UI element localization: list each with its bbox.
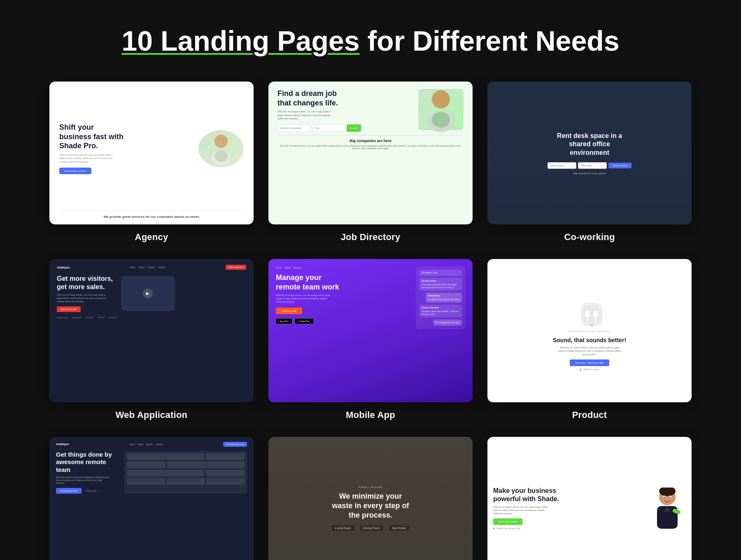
card-webapp[interactable]: shadepro Demo Pages Support Contact Star… (49, 259, 254, 420)
page-title: 10 Landing Pages for Different Needs (49, 25, 692, 57)
webapp-nav-pages: Pages (139, 266, 144, 268)
product-watch-text[interactable]: Watch in action (583, 368, 599, 371)
remote-nav-cta-btn[interactable]: Get started for free (223, 442, 247, 447)
product-preview: SHOT OF THE YEAR, LONG TITLE Sound, that… (487, 259, 692, 402)
remote-dash-block2 (206, 453, 245, 460)
room-dining: Dining Room (360, 525, 383, 531)
remote-nav-contact: Contact (156, 443, 163, 446)
jobdir-subtext: With lots of unique blocks, you can easi… (277, 110, 335, 120)
mobileapp-nav-demo: Demo (276, 266, 282, 269)
webapp-cta-btn[interactable]: Start a free trial (57, 306, 81, 312)
chat-hashtag: #Designers Zone (419, 270, 462, 276)
product-headline: Sound, that sounds better! (553, 337, 626, 343)
appstore-btn[interactable]: App Store (276, 318, 292, 324)
remote-nav-support: Support (146, 443, 153, 446)
cowork-dates-input[interactable] (578, 162, 607, 169)
card-job-directory[interactable]: Find a dream job that changes life. With… (268, 82, 473, 243)
agency-hero: Shift your business fast with Shade Pro.… (59, 91, 244, 206)
webapp-nav-demo: Demo (130, 266, 135, 268)
webapp-nav-links: Demo Pages Support Contact (130, 266, 165, 268)
jobdir-person-svg (418, 87, 464, 132)
logo-draftor: Draftor (98, 316, 105, 319)
product-subtext: With lots of unique blocks, you can easi… (557, 346, 622, 356)
remote-headline: Get things done by awesome remote team (56, 451, 118, 474)
card-shade[interactable]: Make your business powerful with Shade. … (487, 437, 692, 560)
webapp-nav-contact: Contact (158, 266, 165, 268)
logo-automat: automat (109, 316, 117, 319)
mobileapp-chat: #Designers Zone Cassidy Fisher That must… (416, 266, 465, 329)
agency-footer: We provide great services for our custom… (59, 210, 244, 219)
jobdir-footer: Big companies are here With lots of uniq… (277, 135, 464, 149)
interior-headline: We minimize your waste in every step of … (329, 492, 412, 520)
card-coworking[interactable]: Rent desk space in a shared office envir… (487, 82, 692, 243)
jobdir-search-btn[interactable]: Search (347, 124, 361, 132)
webapp-hero: Get more visitors, get more sales. With … (57, 275, 246, 312)
chat-msg3: Charles Simmons @cassie I agree with @do… (419, 305, 462, 317)
mobileapp-nav-pages: Pages (284, 266, 291, 269)
remote-dash-block1 (127, 453, 204, 460)
svg-rect-11 (595, 317, 597, 323)
chat-msg1: Cassidy Fisher That must would like that… (419, 278, 462, 291)
svg-point-21 (670, 497, 671, 498)
shade-cta-btn[interactable]: Get A Free Quote (493, 518, 522, 525)
jobdir-search[interactable]: Search (277, 124, 361, 132)
interior-preview: SMART DESIGN We minimize your waste in e… (268, 437, 473, 560)
shade-person-image (641, 488, 686, 529)
cowork-sub: Take virtual tour of our spaces (573, 172, 606, 175)
svg-rect-10 (587, 317, 588, 323)
shade-subtext: With lots of unique blocks, you can easi… (493, 506, 551, 515)
cowork-search[interactable]: Search Places (548, 162, 631, 169)
mobileapp-explore-btn[interactable]: Explore more (276, 308, 302, 314)
interior-tag: SMART DESIGN (359, 486, 382, 488)
title-highlight: 10 Landing Pages (121, 25, 359, 56)
webapp-video-thumb: ▶ (121, 276, 175, 311)
remote-dash-block9 (206, 478, 245, 485)
remote-dash-row4 (127, 478, 245, 485)
card-interior[interactable]: SMART DESIGN We minimize your waste in e… (268, 437, 473, 560)
card-product[interactable]: SHOT OF THE YEAR, LONG TITLE Sound, that… (487, 259, 692, 420)
jobdir-footer-text: With lots of unique blocks, you can easi… (277, 145, 464, 149)
remote-dash-block5 (127, 470, 204, 476)
shade-person-svg (645, 488, 682, 529)
jobdir-search-input2[interactable] (312, 124, 345, 132)
remote-dash-row2 (127, 462, 245, 468)
webapp-preview: shadepro Demo Pages Support Contact Star… (49, 259, 254, 402)
room-bed: Bed Room (389, 525, 409, 531)
remote-nav-links: Demo Pages Support Contact (130, 443, 163, 446)
webapp-subtext: With lots of unique blocks, you can easi… (57, 294, 110, 303)
cowork-location-input[interactable] (548, 162, 576, 169)
product-buy-btn[interactable]: Buy Now - Starting at $99 (570, 359, 609, 366)
webapp-play-btn[interactable]: ▶ (143, 289, 153, 299)
remote-secondary-btn[interactable]: Learn more (84, 488, 99, 494)
card-agency[interactable]: Shift your business fast with Shade Pro.… (49, 82, 254, 243)
remote-dash-row3 (127, 470, 245, 476)
shade-watch: ▶ Watch how we can help (493, 527, 635, 530)
webapp-nav: shadepro Demo Pages Support Contact Star… (57, 265, 246, 270)
remote-nav-pages: Pages (137, 443, 143, 446)
mobileapp-subtext: With lots of unique blocks, you can easi… (276, 294, 333, 303)
card-remote-team[interactable]: shadepro Demo Pages Support Contact Get … (49, 437, 254, 560)
shade-watch-text[interactable]: Watch how we can help (496, 527, 520, 530)
remote-dashboard (124, 451, 247, 494)
webapp-label: Web Application (116, 410, 187, 420)
webapp-nav-cta[interactable]: Start a free trial (226, 265, 246, 270)
agency-cta-btn[interactable]: Get started a project (59, 168, 91, 174)
product-image (561, 291, 618, 328)
remote-dash-row1 (127, 453, 245, 460)
remote-primary-btn[interactable]: Get started for free (56, 488, 82, 494)
product-watch-icon: ▶ (580, 368, 582, 371)
chat-user2: Martin Price (428, 294, 459, 297)
page-wrapper: 10 Landing Pages for Different Needs Shi… (0, 0, 741, 560)
remote-dash-block6 (206, 470, 245, 476)
googleplay-btn[interactable]: Google Play (295, 318, 313, 324)
logo-greener: greener (86, 316, 93, 319)
jobdir-search-input1[interactable] (277, 124, 310, 132)
shade-headline: Make your business powerful with Shade. (493, 487, 559, 503)
chat-user1: Cassidy Fisher (422, 280, 459, 282)
app-store-buttons: App Store Google Play (276, 318, 410, 324)
cowork-label: Co-working (564, 232, 615, 243)
remote-nav: shadepro Demo Pages Support Contact Get … (56, 442, 247, 447)
webapp-nav-support: Support (148, 266, 155, 268)
card-mobileapp[interactable]: Demo Pages Support Manage your remote te… (268, 259, 473, 420)
cowork-search-btn[interactable]: Search Places (608, 163, 631, 168)
